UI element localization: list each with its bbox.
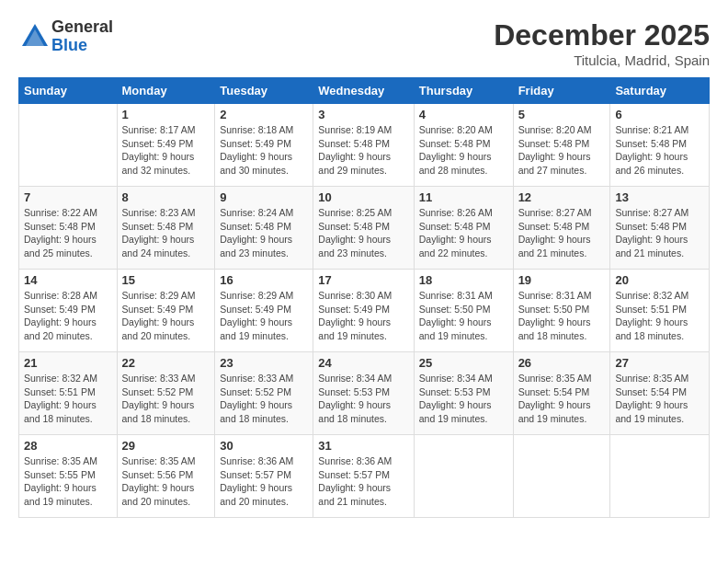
day-number: 28 — [24, 439, 112, 453]
calendar-header-monday: Monday — [117, 78, 215, 104]
day-number: 11 — [419, 190, 508, 204]
day-info: Sunrise: 8:20 AM Sunset: 5:48 PM Dayligh… — [419, 123, 508, 178]
calendar-cell: 9Sunrise: 8:24 AM Sunset: 5:48 PM Daylig… — [215, 187, 313, 270]
calendar-cell: 28Sunrise: 8:35 AM Sunset: 5:55 PM Dayli… — [19, 435, 118, 518]
day-info: Sunrise: 8:32 AM Sunset: 5:51 PM Dayligh… — [24, 372, 112, 426]
day-info: Sunrise: 8:32 AM Sunset: 5:51 PM Dayligh… — [615, 289, 704, 343]
calendar-cell: 15Sunrise: 8:29 AM Sunset: 5:49 PM Dayli… — [117, 270, 215, 352]
calendar-cell: 30Sunrise: 8:36 AM Sunset: 5:57 PM Dayli… — [215, 435, 313, 518]
day-number: 16 — [220, 273, 308, 287]
calendar-cell: 19Sunrise: 8:31 AM Sunset: 5:50 PM Dayli… — [513, 270, 610, 352]
day-info: Sunrise: 8:25 AM Sunset: 5:48 PM Dayligh… — [318, 206, 408, 260]
calendar-table: SundayMondayTuesdayWednesdayThursdayFrid… — [18, 77, 710, 518]
week-row-2: 7Sunrise: 8:22 AM Sunset: 5:48 PM Daylig… — [19, 187, 710, 270]
calendar-cell: 14Sunrise: 8:28 AM Sunset: 5:49 PM Dayli… — [19, 270, 118, 352]
day-info: Sunrise: 8:29 AM Sunset: 5:49 PM Dayligh… — [220, 289, 308, 343]
day-info: Sunrise: 8:35 AM Sunset: 5:54 PM Dayligh… — [518, 372, 606, 426]
day-number: 18 — [419, 273, 508, 287]
day-number: 1 — [122, 108, 210, 121]
calendar-cell: 10Sunrise: 8:25 AM Sunset: 5:48 PM Dayli… — [313, 187, 414, 270]
day-number: 26 — [518, 356, 606, 370]
day-info: Sunrise: 8:30 AM Sunset: 5:49 PM Dayligh… — [318, 289, 408, 343]
logo-icon — [18, 20, 51, 53]
calendar-cell — [414, 435, 513, 518]
calendar-cell: 5Sunrise: 8:20 AM Sunset: 5:48 PM Daylig… — [513, 104, 610, 187]
day-info: Sunrise: 8:33 AM Sunset: 5:52 PM Dayligh… — [122, 372, 210, 426]
calendar-cell: 25Sunrise: 8:34 AM Sunset: 5:53 PM Dayli… — [414, 352, 513, 435]
month-title: December 2025 — [494, 18, 710, 52]
day-number: 17 — [318, 273, 408, 287]
calendar-cell: 3Sunrise: 8:19 AM Sunset: 5:48 PM Daylig… — [313, 104, 414, 187]
calendar-cell: 16Sunrise: 8:29 AM Sunset: 5:49 PM Dayli… — [215, 270, 313, 352]
day-info: Sunrise: 8:19 AM Sunset: 5:48 PM Dayligh… — [318, 123, 408, 178]
day-number: 9 — [220, 190, 308, 204]
calendar-cell: 22Sunrise: 8:33 AM Sunset: 5:52 PM Dayli… — [117, 352, 215, 435]
day-number: 5 — [518, 108, 606, 121]
calendar-cell: 6Sunrise: 8:21 AM Sunset: 5:48 PM Daylig… — [610, 104, 710, 187]
calendar-cell: 17Sunrise: 8:30 AM Sunset: 5:49 PM Dayli… — [313, 270, 414, 352]
day-info: Sunrise: 8:36 AM Sunset: 5:57 PM Dayligh… — [220, 454, 308, 509]
calendar-cell: 2Sunrise: 8:18 AM Sunset: 5:49 PM Daylig… — [215, 104, 313, 187]
day-info: Sunrise: 8:29 AM Sunset: 5:49 PM Dayligh… — [122, 289, 210, 343]
location: Titulcia, Madrid, Spain — [494, 52, 710, 68]
calendar-cell: 11Sunrise: 8:26 AM Sunset: 5:48 PM Dayli… — [414, 187, 513, 270]
day-info: Sunrise: 8:17 AM Sunset: 5:49 PM Dayligh… — [122, 123, 210, 178]
day-info: Sunrise: 8:35 AM Sunset: 5:54 PM Dayligh… — [615, 372, 704, 426]
day-info: Sunrise: 8:34 AM Sunset: 5:53 PM Dayligh… — [419, 372, 508, 426]
week-row-4: 21Sunrise: 8:32 AM Sunset: 5:51 PM Dayli… — [19, 352, 710, 435]
day-info: Sunrise: 8:18 AM Sunset: 5:49 PM Dayligh… — [220, 123, 308, 178]
day-info: Sunrise: 8:21 AM Sunset: 5:48 PM Dayligh… — [615, 123, 704, 178]
calendar-cell: 26Sunrise: 8:35 AM Sunset: 5:54 PM Dayli… — [513, 352, 610, 435]
day-number: 31 — [318, 439, 408, 453]
day-number: 6 — [615, 108, 704, 121]
week-row-3: 14Sunrise: 8:28 AM Sunset: 5:49 PM Dayli… — [19, 270, 710, 352]
day-number: 20 — [615, 273, 704, 287]
day-number: 24 — [318, 356, 408, 370]
day-number: 14 — [24, 273, 112, 287]
calendar-cell: 1Sunrise: 8:17 AM Sunset: 5:49 PM Daylig… — [117, 104, 215, 187]
logo-general: General — [51, 18, 113, 37]
day-number: 21 — [24, 356, 112, 370]
logo-blue: Blue — [51, 37, 113, 55]
day-number: 30 — [220, 439, 308, 453]
calendar-cell: 18Sunrise: 8:31 AM Sunset: 5:50 PM Dayli… — [414, 270, 513, 352]
day-number: 10 — [318, 190, 408, 204]
day-info: Sunrise: 8:33 AM Sunset: 5:52 PM Dayligh… — [220, 372, 308, 426]
day-info: Sunrise: 8:27 AM Sunset: 5:48 PM Dayligh… — [518, 206, 606, 260]
logo: General Blue — [18, 18, 113, 55]
day-info: Sunrise: 8:31 AM Sunset: 5:50 PM Dayligh… — [518, 289, 606, 343]
day-number: 23 — [220, 356, 308, 370]
calendar-cell: 4Sunrise: 8:20 AM Sunset: 5:48 PM Daylig… — [414, 104, 513, 187]
day-info: Sunrise: 8:23 AM Sunset: 5:48 PM Dayligh… — [122, 206, 210, 260]
day-info: Sunrise: 8:20 AM Sunset: 5:48 PM Dayligh… — [518, 123, 606, 178]
calendar-cell: 21Sunrise: 8:32 AM Sunset: 5:51 PM Dayli… — [19, 352, 118, 435]
day-number: 29 — [122, 439, 210, 453]
calendar-cell: 13Sunrise: 8:27 AM Sunset: 5:48 PM Dayli… — [610, 187, 710, 270]
day-number: 25 — [419, 356, 508, 370]
day-number: 3 — [318, 108, 408, 121]
calendar-cell: 8Sunrise: 8:23 AM Sunset: 5:48 PM Daylig… — [117, 187, 215, 270]
day-number: 15 — [122, 273, 210, 287]
day-number: 13 — [615, 190, 704, 204]
calendar-header-sunday: Sunday — [19, 78, 118, 104]
calendar-header-thursday: Thursday — [414, 78, 513, 104]
day-info: Sunrise: 8:27 AM Sunset: 5:48 PM Dayligh… — [615, 206, 704, 260]
page-header: General Blue December 2025 Titulcia, Mad… — [18, 18, 710, 68]
day-number: 12 — [518, 190, 606, 204]
calendar-header-wednesday: Wednesday — [313, 78, 414, 104]
day-number: 2 — [220, 108, 308, 121]
day-info: Sunrise: 8:24 AM Sunset: 5:48 PM Dayligh… — [220, 206, 308, 260]
calendar-cell: 31Sunrise: 8:36 AM Sunset: 5:57 PM Dayli… — [313, 435, 414, 518]
day-info: Sunrise: 8:35 AM Sunset: 5:55 PM Dayligh… — [24, 454, 112, 509]
calendar-cell: 12Sunrise: 8:27 AM Sunset: 5:48 PM Dayli… — [513, 187, 610, 270]
calendar-header-friday: Friday — [513, 78, 610, 104]
day-number: 22 — [122, 356, 210, 370]
calendar-cell: 24Sunrise: 8:34 AM Sunset: 5:53 PM Dayli… — [313, 352, 414, 435]
calendar-cell — [19, 104, 118, 187]
calendar-cell — [610, 435, 710, 518]
week-row-5: 28Sunrise: 8:35 AM Sunset: 5:55 PM Dayli… — [19, 435, 710, 518]
day-number: 4 — [419, 108, 508, 121]
day-info: Sunrise: 8:26 AM Sunset: 5:48 PM Dayligh… — [419, 206, 508, 260]
day-info: Sunrise: 8:36 AM Sunset: 5:57 PM Dayligh… — [318, 454, 408, 509]
calendar-header-tuesday: Tuesday — [215, 78, 313, 104]
